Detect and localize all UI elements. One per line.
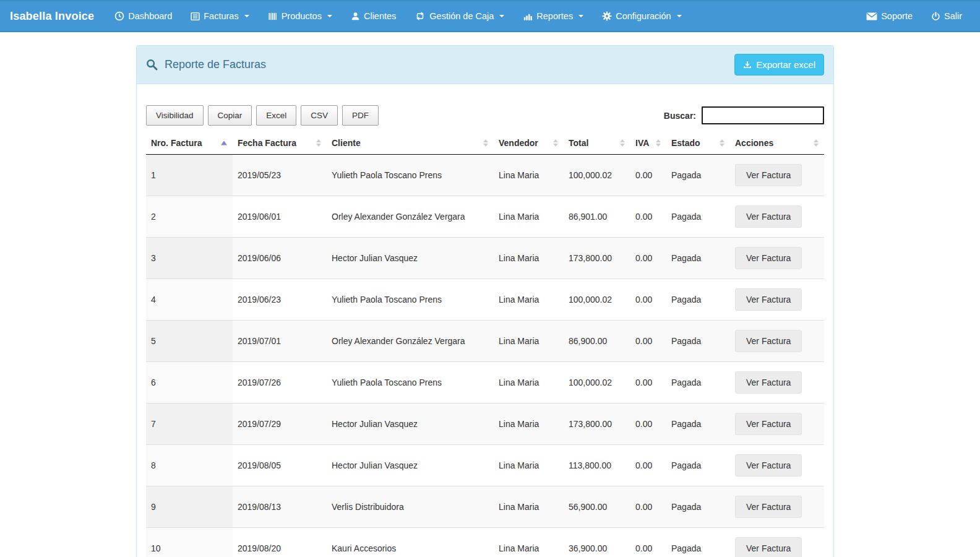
barcode-icon (268, 12, 278, 21)
nav-item-reportes[interactable]: Reportes (514, 1, 593, 31)
visibility-button[interactable]: Visibilidad (146, 105, 204, 126)
cell-iva: 0.00 (630, 362, 666, 404)
cell-cliente: Yulieth Paola Toscano Prens (327, 279, 494, 321)
ver-factura-button[interactable]: Ver Factura (735, 288, 802, 311)
cell-cliente: Verlis Distribuidora (327, 486, 494, 528)
datatable-buttons: Visibilidad Copiar Excel CSV PDF (146, 105, 379, 126)
ver-factura-button[interactable]: Ver Factura (735, 413, 802, 435)
ver-factura-button[interactable]: Ver Factura (735, 330, 802, 352)
panel-body: Visibilidad Copiar Excel CSV PDF Buscar:… (137, 84, 833, 557)
column-header-cliente[interactable]: Cliente (327, 132, 494, 155)
cell-estado: Pagada (666, 486, 730, 528)
cell-nro: 10 (146, 528, 233, 557)
gear-icon (602, 11, 612, 21)
list-icon (191, 12, 200, 21)
cell-acciones: Ver Factura (730, 155, 824, 196)
search-input[interactable] (702, 106, 824, 124)
table-row: 6 2019/07/26 Yulieth Paola Toscano Prens… (146, 362, 824, 404)
cell-nro: 8 (146, 445, 233, 486)
cell-cliente: Yulieth Paola Toscano Prens (327, 155, 494, 196)
nav-item-label: Productos (282, 11, 322, 21)
column-header-nro-factura[interactable]: Nro. Factura (146, 132, 233, 155)
ver-factura-button[interactable]: Ver Factura (735, 537, 802, 557)
cell-cliente: Orley Alexander González Vergara (327, 321, 494, 362)
cell-total: 100,000.02 (564, 155, 630, 196)
nav-item-label: Reportes (536, 11, 573, 21)
caret-down-icon (244, 15, 249, 17)
brand[interactable]: Isabella Invoice (0, 1, 105, 31)
cell-nro: 4 (146, 279, 233, 321)
cell-nro: 5 (146, 321, 233, 362)
cell-acciones: Ver Factura (730, 238, 824, 279)
table-row: 5 2019/07/01 Orley Alexander González Ve… (146, 321, 824, 362)
cell-iva: 0.00 (630, 321, 666, 362)
cell-fecha: 2019/07/29 (233, 404, 327, 445)
column-header-fecha-factura[interactable]: Fecha Factura (233, 132, 327, 155)
sort-both-icon (316, 139, 321, 147)
cell-total: 173,800.00 (564, 238, 630, 279)
ver-factura-button[interactable]: Ver Factura (735, 164, 802, 186)
caret-down-icon (677, 15, 682, 17)
cell-iva: 0.00 (630, 196, 666, 238)
excel-button[interactable]: Excel (256, 105, 296, 126)
csv-button[interactable]: CSV (301, 105, 338, 126)
cell-iva: 0.00 (630, 486, 666, 528)
column-header-iva[interactable]: IVA (630, 132, 666, 155)
nav-item-configuracion[interactable]: Configuración (593, 1, 690, 31)
nav-item-label: Dashboard (128, 11, 172, 21)
nav-item-label: Soporte (881, 11, 913, 21)
caret-down-icon (499, 15, 504, 17)
nav-item-productos[interactable]: Productos (259, 1, 342, 31)
nav-item-facturas[interactable]: Facturas (181, 1, 258, 31)
cell-vendedor: Lina Maria (494, 238, 564, 279)
sort-both-icon (620, 139, 625, 147)
ver-factura-button[interactable]: Ver Factura (735, 454, 802, 477)
copy-button[interactable]: Copiar (208, 105, 252, 126)
cell-estado: Pagada (666, 362, 730, 404)
pdf-button[interactable]: PDF (342, 105, 379, 126)
column-header-estado[interactable]: Estado (666, 132, 730, 155)
sort-both-icon (720, 139, 724, 147)
nav-item-soporte[interactable]: Soporte (857, 1, 922, 31)
nav-item-gestion-de-caja[interactable]: Gestión de Caja (405, 1, 514, 31)
cell-total: 113,800.00 (564, 445, 630, 486)
caret-down-icon (578, 15, 583, 17)
navbar-right: Soporte Salir (857, 1, 980, 31)
table-row: 1 2019/05/23 Yulieth Paola Toscano Prens… (146, 155, 824, 196)
nav-item-salir[interactable]: Salir (922, 1, 971, 31)
cell-total: 173,800.00 (564, 404, 630, 445)
cell-nro: 2 (146, 196, 233, 238)
download-icon (743, 61, 752, 69)
cell-acciones: Ver Factura (730, 321, 824, 362)
nav-item-clientes[interactable]: Clientes (342, 1, 405, 31)
cell-fecha: 2019/06/01 (233, 196, 327, 238)
panel-title: Reporte de Facturas (146, 58, 266, 71)
ver-factura-button[interactable]: Ver Factura (735, 496, 802, 518)
sort-both-icon (553, 139, 558, 147)
nav-item-dashboard[interactable]: Dashboard (105, 1, 181, 31)
top-navbar: Isabella Invoice Dashboard Facturas Prod… (0, 0, 980, 32)
envelope-icon (866, 12, 877, 20)
cell-cliente: Yulieth Paola Toscano Prens (327, 362, 494, 404)
ver-factura-button[interactable]: Ver Factura (735, 371, 802, 394)
cell-iva: 0.00 (630, 155, 666, 196)
cell-fecha: 2019/06/23 (233, 279, 327, 321)
column-header-vendedor[interactable]: Vendedor (494, 132, 564, 155)
cell-estado: Pagada (666, 155, 730, 196)
cell-total: 100,000.02 (564, 362, 630, 404)
column-header-total[interactable]: Total (564, 132, 630, 155)
cell-vendedor: Lina Maria (494, 279, 564, 321)
cell-vendedor: Lina Maria (494, 362, 564, 404)
nav-item-label: Salir (944, 11, 962, 21)
column-header-acciones[interactable]: Acciones (730, 132, 824, 155)
caret-down-icon (327, 15, 332, 17)
export-excel-button[interactable]: Exportar excel (734, 54, 824, 76)
cell-cliente: Hector Julian Vasquez (327, 238, 494, 279)
cell-estado: Pagada (666, 528, 730, 557)
cell-fecha: 2019/08/13 (233, 486, 327, 528)
cell-nro: 3 (146, 238, 233, 279)
ver-factura-button[interactable]: Ver Factura (735, 247, 802, 269)
transfer-icon (415, 11, 426, 21)
ver-factura-button[interactable]: Ver Factura (735, 205, 802, 228)
cell-total: 36,900.00 (564, 528, 630, 557)
